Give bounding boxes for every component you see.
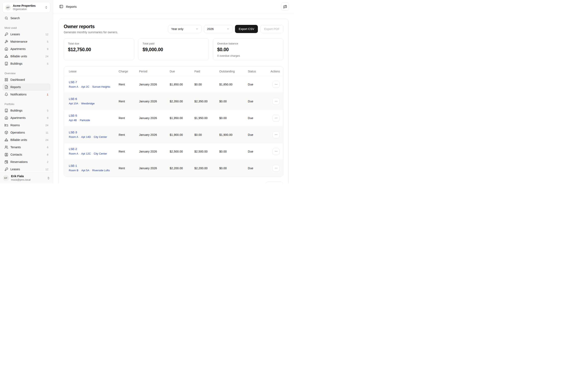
ellipsis-icon — [275, 133, 278, 136]
section-label-most-used: Most used — [4, 26, 48, 29]
year-select[interactable]: 2026 — [204, 25, 233, 33]
period-cell: January 2026 — [139, 117, 170, 120]
location-link[interactable]: Westbridge — [81, 102, 95, 105]
period-cell: January 2026 — [139, 83, 170, 86]
sidebar-item-label: Leases — [10, 33, 43, 36]
main: Reports Owner reports Generate monthly s… — [53, 0, 294, 184]
sidebar-item-apartments[interactable]: Apartments 9 — [2, 114, 51, 122]
hammer-icon — [4, 40, 8, 43]
outstanding-cell: $1,850.00 — [219, 83, 248, 86]
export-pdf-button[interactable]: Export PDF — [260, 25, 283, 33]
actions-cell — [270, 131, 283, 138]
row-actions-button[interactable] — [273, 165, 279, 172]
sidebar-toggle-button[interactable] — [59, 4, 63, 8]
location-link[interactable]: Room A — [69, 85, 78, 88]
outstanding-cell: $0.00 — [219, 150, 248, 153]
sidebar-item-billable-units[interactable]: Billable units 24 — [2, 136, 51, 143]
lease-link[interactable]: LSE-2 — [69, 147, 77, 151]
location-link[interactable]: City Center — [94, 152, 107, 155]
bot-icon — [283, 4, 287, 9]
sidebar-item-search[interactable]: Search — [2, 15, 51, 22]
actions-cell — [270, 98, 283, 105]
location-link[interactable]: Room A — [69, 152, 78, 155]
location-link[interactable]: Apt 10A — [69, 102, 78, 105]
item-count: 5 — [47, 40, 48, 43]
location-link[interactable]: Apt 5A — [81, 169, 89, 172]
location-link[interactable]: Room B — [69, 169, 78, 172]
building-icon — [4, 62, 8, 66]
due-cell: $2,200.00 — [170, 167, 194, 170]
summary-label: Total due — [68, 42, 130, 45]
location-link[interactable]: Room A — [69, 135, 78, 138]
paid-cell: $0.00 — [194, 133, 219, 136]
card-head: Owner reports Generate monthly summaries… — [64, 24, 283, 34]
assistant-button[interactable] — [281, 2, 289, 11]
sidebar-item-reservations[interactable]: Reservations 2 — [2, 158, 51, 166]
lease-link[interactable]: LSE-3 — [69, 131, 77, 134]
cutoff-button[interactable] — [265, 182, 283, 184]
dot-separator: · — [79, 85, 80, 88]
user-name: Erik Fiala — [11, 175, 45, 178]
export-csv-button[interactable]: Export CSV — [235, 25, 258, 33]
lease-link[interactable]: LSE-1 — [69, 164, 77, 167]
ellipsis-icon — [275, 100, 278, 103]
org-switcher[interactable]: AP Acme Properties Organization — [2, 2, 51, 13]
owner-reports-card: Owner reports Generate monthly summaries… — [59, 19, 288, 184]
location-link[interactable]: Apt 14D — [81, 135, 91, 138]
sidebar-item-buildings[interactable]: Buildings 5 — [2, 107, 51, 114]
sidebar-item-label: Maintenance — [10, 40, 44, 43]
table-row: LSE-7 Room A·Apt 2C·Sunset Heights Rent … — [64, 76, 283, 93]
item-count: 5 — [47, 109, 48, 112]
sidebar-item-maintenance[interactable]: Maintenance 5 — [2, 38, 51, 45]
row-actions-button[interactable] — [273, 148, 279, 155]
period-cell: January 2026 — [139, 100, 170, 103]
sidebar-item-rooms[interactable]: Rooms 24 — [2, 122, 51, 129]
sidebar-item-operations[interactable]: Operations 11 — [2, 129, 51, 136]
lease-link[interactable]: LSE-7 — [69, 81, 77, 84]
sidebar-item-leases[interactable]: Leases 12 — [2, 166, 51, 172]
user-avatar: EF — [3, 175, 9, 181]
location-link[interactable]: City Center — [94, 135, 107, 138]
location-link[interactable]: Apt 12C — [81, 152, 91, 155]
chevrons-up-down-icon — [45, 6, 48, 9]
item-count: 8 — [47, 153, 48, 156]
period-select[interactable]: Year only — [168, 25, 201, 33]
org-text: Acme Properties Organization — [13, 4, 43, 11]
sidebar-item-billable-units[interactable]: Billable units 24 — [2, 53, 51, 60]
actions-cell — [270, 148, 283, 155]
item-count: 2 — [47, 160, 48, 164]
location-link[interactable]: Parkside — [80, 119, 90, 122]
calendar-clock-icon — [4, 160, 8, 164]
location-link[interactable]: Sunset Heights — [92, 85, 110, 88]
package-icon — [4, 131, 8, 134]
user-menu[interactable]: EF Erik Fiala mock@pms.local — [0, 172, 53, 184]
item-count: 24 — [45, 138, 48, 142]
lease-link[interactable]: LSE-6 — [69, 97, 77, 100]
table-body: LSE-7 Room A·Apt 2C·Sunset Heights Rent … — [64, 76, 283, 176]
org-avatar: AP — [5, 5, 11, 10]
row-actions-button[interactable] — [273, 115, 279, 122]
row-actions-button[interactable] — [273, 81, 279, 88]
summary-label: Total paid — [143, 42, 204, 45]
sidebar-item-reports[interactable]: Reports — [2, 83, 51, 91]
row-actions-button[interactable] — [273, 98, 279, 105]
summary-card-overdue-balance: Overdue balance $0.00 0 overdue charges — [213, 38, 283, 60]
sidebar-item-apartments[interactable]: Apartments 9 — [2, 45, 51, 53]
summary-value: $9,000.00 — [143, 47, 204, 52]
table-row: LSE-6 Apt 10A·Westbridge Rent January 20… — [64, 93, 283, 109]
sidebar-item-tenants[interactable]: Tenants 6 — [2, 143, 51, 151]
lease-link[interactable]: LSE-5 — [69, 114, 77, 117]
row-actions-button[interactable] — [273, 131, 279, 138]
location-link[interactable]: Apt 4B — [69, 119, 77, 122]
location-link[interactable]: Riverside Lofts — [92, 169, 110, 172]
sidebar-item-dashboard[interactable]: Dashboard — [2, 76, 51, 83]
sidebar-item-contacts[interactable]: Contacts 8 — [2, 151, 51, 158]
due-cell: $1,850.00 — [170, 83, 194, 86]
item-count: 5 — [47, 62, 48, 65]
location-link[interactable]: Apt 2C — [81, 85, 89, 88]
sidebar-item-notifications[interactable]: Notifications 1 — [2, 91, 51, 98]
charge-cell: Rent — [119, 133, 139, 136]
sidebar-item-leases[interactable]: Leases 12 — [2, 31, 51, 38]
summary-value: $0.00 — [217, 47, 279, 52]
sidebar-item-buildings[interactable]: Buildings 5 — [2, 60, 51, 67]
